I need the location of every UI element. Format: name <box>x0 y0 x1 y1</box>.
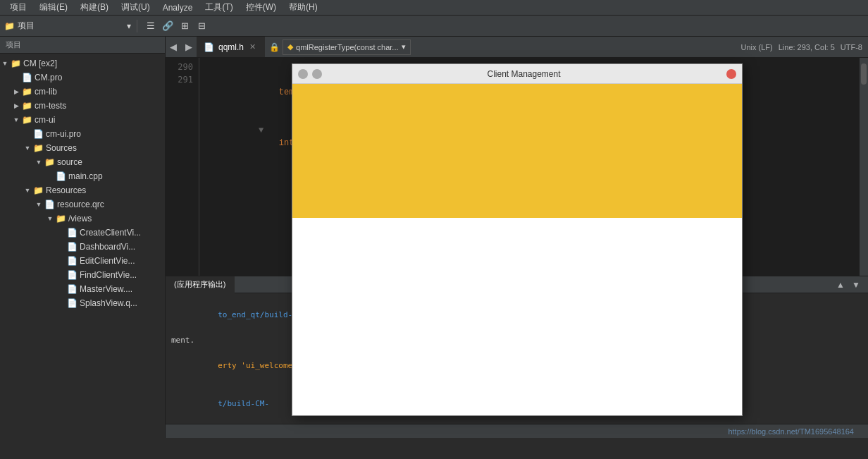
file-qrc-icon: 📄 <box>44 199 55 210</box>
vertical-scrollbar[interactable] <box>860 58 868 276</box>
modal-minimize-btn[interactable] <box>298 69 308 79</box>
menu-edit[interactable]: 编辑(E) <box>34 0 73 15</box>
bottom-controls: ▲ ▼ <box>829 279 868 291</box>
status-url: https://blog.csdn.net/TM1695648164 <box>722 427 860 436</box>
toolbar-project-selector[interactable]: 📁 项目 ▾ <box>4 18 131 34</box>
bottom-scroll-down-btn[interactable]: ▼ <box>850 279 862 291</box>
toolbar-link-btn[interactable]: 🔗 <box>160 18 175 34</box>
label-create-client: CreateClientVi... <box>80 228 141 238</box>
folder-res-icon: 📁 <box>32 185 44 196</box>
file-qml-icon-dashboard: 📄 <box>66 241 78 252</box>
menu-project[interactable]: 项目 <box>4 0 32 15</box>
bottom-scroll-up-btn[interactable]: ▲ <box>834 279 847 291</box>
tree-item-cm-lib[interactable]: ▶ 📁 cm-lib <box>0 85 165 99</box>
file-qml-icon-edit: 📄 <box>66 255 78 267</box>
file-qml-icon-master: 📄 <box>66 283 78 295</box>
project-tree: ▼ 📁 CM [ex2] ▶ 📄 CM.pro ▶ 📁 cm-lib <box>0 54 165 313</box>
tab-label: qqml.h <box>218 42 244 52</box>
fold-arrow-291: ▼ <box>259 124 268 137</box>
label-sources: Sources <box>46 143 77 153</box>
folder-icon-views: 📁 <box>55 213 66 224</box>
diamond-icon: ◆ <box>287 42 293 51</box>
line-numbers: 290 291 <box>166 58 199 276</box>
modal-title: Client Management <box>326 69 722 79</box>
nav-back-btn[interactable]: ◀ <box>166 37 181 58</box>
modal-maximize-btn[interactable] <box>312 69 322 79</box>
modal-titlebar: Client Management <box>292 64 742 84</box>
tree-item-cm-pro[interactable]: ▶ 📄 CM.pro <box>0 71 165 85</box>
toolbar-sep-1 <box>137 20 137 32</box>
editor-right-info: Unix (LF) Line: 293, Col: 5 UTF-8 <box>735 43 868 51</box>
toolbar-collapse-btn[interactable]: ⊟ <box>194 18 209 34</box>
menu-controls[interactable]: 控件(W) <box>240 0 282 15</box>
tree-item-edit-client[interactable]: ▶ 📄 EditClientVie... <box>0 254 165 268</box>
tab-close-btn[interactable]: ✕ <box>248 42 257 52</box>
menu-analyze[interactable]: Analyze <box>157 1 199 14</box>
tree-item-find-client[interactable]: ▶ 📄 FindClientVie... <box>0 268 165 282</box>
label-dashboard: DashboardVi... <box>80 242 135 252</box>
tree-item-sources[interactable]: ▼ 📁 Sources <box>0 141 165 155</box>
position-label: Line: 293, Col: 5 <box>779 43 835 51</box>
file-pro-icon-cm-ui-pro: 📄 <box>32 128 44 140</box>
tree-item-main-cpp[interactable]: ▶ 📄 main.cpp <box>0 169 165 183</box>
tree-item-splash-view[interactable]: ▶ 📄 SplashView.q... <box>0 296 165 310</box>
file-qml-icon-create: 📄 <box>66 227 78 238</box>
file-qml-icon-find: 📄 <box>66 269 78 281</box>
arrow-cm-ex2: ▼ <box>0 59 10 68</box>
label-cm-ui-pro: cm-ui.pro <box>46 129 81 139</box>
tree-item-create-client[interactable]: ▶ 📄 CreateClientVi... <box>0 226 165 240</box>
folder-icon-cm-tests: 📁 <box>21 100 32 111</box>
menu-help[interactable]: 帮助(H) <box>283 0 323 15</box>
tree-item-cm-ui-pro[interactable]: ▶ 📄 cm-ui.pro <box>0 127 165 141</box>
tree-item-cm-ex2[interactable]: ▼ 📁 CM [ex2] <box>0 56 165 71</box>
arrow-views: ▼ <box>45 214 55 224</box>
folder-icon-cm-ex2: 📁 <box>10 58 21 69</box>
folder-icon-source: 📁 <box>44 157 55 168</box>
tree-item-resources[interactable]: ▼ 📁 Resources <box>0 183 165 197</box>
chevron-down-icon: ▾ <box>402 42 406 51</box>
menu-tools[interactable]: 工具(T) <box>199 0 238 15</box>
status-bar: https://blog.csdn.net/TM1695648164 <box>166 424 868 438</box>
function-label: qmlRegisterType(const char... <box>296 43 399 51</box>
arrow-cm-lib: ▶ <box>11 87 21 97</box>
project-icon: 📁 <box>4 21 15 31</box>
label-resource-qrc: resource.qrc <box>57 200 104 209</box>
chevron-down-icon: ▾ <box>127 21 131 31</box>
tree-item-source[interactable]: ▼ 📁 source <box>0 155 165 169</box>
tree-item-dashboard[interactable]: ▶ 📄 DashboardVi... <box>0 240 165 254</box>
bottom-tab-label: (应用程序输出) <box>174 279 225 290</box>
arrow-cm-ui: ▼ <box>11 115 21 125</box>
tree-item-resource-qrc[interactable]: ▼ 📄 resource.qrc <box>0 197 165 212</box>
modal-close-btn[interactable] <box>726 69 736 79</box>
toolbar-expand-btn[interactable]: ⊞ <box>177 18 192 34</box>
modal-white-area <box>292 218 742 415</box>
folder-icon-cm-lib: 📁 <box>21 86 32 97</box>
arrow-resource-qrc: ▼ <box>34 200 44 209</box>
menu-build[interactable]: 构建(B) <box>75 0 114 15</box>
tree-item-cm-tests[interactable]: ▶ 📁 cm-tests <box>0 99 165 113</box>
panel-header: 项目 <box>0 37 165 54</box>
tree-item-cm-ui[interactable]: ▼ 📁 cm-ui <box>0 113 165 127</box>
function-selector[interactable]: ◆ qmlRegisterType(const char... ▾ <box>283 39 411 55</box>
label-views: /views <box>68 214 92 224</box>
file-pro-icon-cm-pro: 📄 <box>21 72 32 83</box>
label-main-cpp: main.cpp <box>68 171 103 181</box>
bottom-tab-output[interactable]: (应用程序输出) <box>166 276 235 293</box>
folder-icon-cm-ui: 📁 <box>21 114 32 126</box>
arrow-source: ▼ <box>34 157 44 167</box>
toolbar-project-section: 📁 项目 ▾ <box>4 18 131 34</box>
label-splash-view: SplashView.q... <box>80 298 137 308</box>
tree-item-master-view[interactable]: ▶ 📄 MasterView.... <box>0 282 165 296</box>
nav-forward-btn[interactable]: ▶ <box>181 37 197 58</box>
editor-tab-qqml[interactable]: 📄 qqml.h ✕ <box>197 37 265 58</box>
label-cm-ui: cm-ui <box>35 115 55 125</box>
label-edit-client: EditClientVie... <box>80 256 135 266</box>
menu-debug[interactable]: 调试(U) <box>116 0 156 15</box>
modal-dialog[interactable]: Client Management <box>292 63 743 416</box>
tree-item-views[interactable]: ▼ 📁 /views <box>0 212 165 226</box>
encoding-label: UTF-8 <box>841 43 862 51</box>
folder-src-icon: 📁 <box>32 142 44 154</box>
left-panel: 项目 ▼ 📁 CM [ex2] ▶ 📄 CM.pro ▶ 📁 cm-lib <box>0 37 166 438</box>
toolbar-filter-btn[interactable]: ☰ <box>143 18 159 34</box>
console-link-2: t/build-CM- <box>218 399 269 408</box>
